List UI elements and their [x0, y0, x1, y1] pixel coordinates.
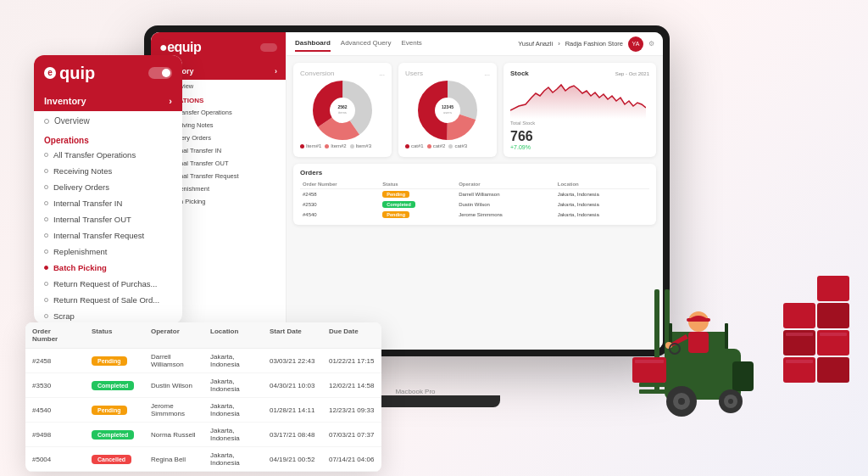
sp-item-internal-out[interactable]: Internal Transfer OUT: [34, 211, 182, 227]
otp-row-0[interactable]: #2458 Pending Darrell Williamson Jakarta…: [25, 349, 381, 373]
sidebar-panel: e quip Inventory › Overview Operations A…: [34, 55, 182, 324]
nav-dashboard[interactable]: Dashboard: [295, 36, 331, 52]
sp-inventory-row[interactable]: Inventory ›: [34, 91, 182, 111]
sp-item-label: Delivery Orders: [53, 182, 109, 192]
orders-table-panel: Order Number Status Operator Location St…: [25, 322, 381, 472]
svg-rect-30: [725, 323, 728, 349]
sp-item-label: Return Request of Purchas...: [53, 279, 158, 288]
status-badge: Pending: [92, 406, 127, 415]
nav-events[interactable]: Events: [401, 36, 421, 52]
svg-rect-27: [732, 361, 754, 391]
sp-item-return-purchase[interactable]: Return Request of Purchas...: [34, 276, 182, 292]
legend-dot: [325, 144, 329, 148]
otp-start: 03/17/21 08:48: [263, 427, 322, 443]
topbar-nav: Dashboard Advanced Query Events: [295, 36, 422, 52]
table-row[interactable]: #2458 Pending Darrell Williamson Jakarta…: [300, 189, 649, 200]
status-badge: Completed: [92, 381, 134, 390]
sp-item-replenishment[interactable]: Replenishment: [34, 244, 182, 260]
sp-item-all-transfers[interactable]: All Transfer Operations: [34, 147, 182, 163]
conversion-more[interactable]: ...: [379, 70, 385, 77]
col-start-date: Start Date: [263, 322, 322, 348]
order-number: #2458: [300, 189, 380, 200]
otp-operator: Dustin Wilson: [144, 378, 203, 394]
order-operator: Darrell Williamson: [456, 189, 555, 200]
otp-location: Jakarta, Indonesia: [203, 447, 263, 471]
stock-chart-area: [510, 81, 649, 119]
nav-advanced-query[interactable]: Advanced Query: [341, 36, 392, 52]
stock-chart-card: Stock Sep - Oct 2021: [504, 63, 656, 157]
sp-logo: e quip: [34, 55, 182, 91]
otp-due: 12/02/21 14:58: [322, 378, 381, 394]
svg-rect-19: [786, 360, 813, 363]
legend-label: Item#2: [331, 143, 346, 148]
laptop-topbar: Dashboard Advanced Query Events Yusuf An…: [287, 32, 663, 56]
status-badge: Pending: [92, 356, 127, 366]
otp-status: Pending: [85, 352, 144, 370]
sp-toggle[interactable]: [148, 67, 172, 79]
users-chart-card: Users ... 12345 users: [398, 63, 497, 157]
status-badge: Pending: [382, 191, 409, 198]
chevron-right-icon: ›: [275, 67, 277, 76]
svg-rect-21: [820, 333, 847, 336]
sp-item-delivery[interactable]: Delivery Orders: [34, 179, 182, 195]
conversion-title: Conversion: [300, 70, 334, 77]
laptop-screen: ●equip Inventory › Overview Operations A…: [151, 32, 663, 350]
otp-row-1[interactable]: #3530 Completed Dustin Wilson Jakarta, I…: [25, 373, 381, 398]
sp-dot: [44, 233, 48, 238]
avatar: YA: [628, 36, 643, 52]
sp-overview[interactable]: Overview: [34, 111, 182, 131]
sp-item-batch-picking[interactable]: Batch Picking: [34, 260, 182, 276]
sp-dot: [44, 153, 48, 157]
stock-number: 766: [510, 129, 649, 144]
table-row[interactable]: #2530 Completed Dustin Wilson Jakarta, I…: [300, 199, 649, 210]
sp-dot: [44, 282, 48, 286]
col-operator: Operator: [456, 180, 555, 189]
col-status: Status: [85, 322, 144, 348]
sp-item-label: All Transfer Operations: [53, 150, 136, 160]
svg-text:users: users: [443, 110, 452, 115]
svg-rect-15: [817, 357, 849, 383]
legend-label: Item#3: [356, 143, 371, 148]
otp-start: 03/03/21 22:43: [263, 353, 322, 369]
sp-item-internal-request[interactable]: Internal Transfer Request: [34, 227, 182, 244]
conversion-title-row: Conversion ...: [300, 70, 385, 77]
otp-start: 04/30/21 10:03: [263, 378, 322, 394]
sp-dot: [44, 185, 48, 189]
otp-operator: Jerome Simmmons: [144, 398, 203, 422]
users-title: Users: [405, 70, 423, 77]
legend-dot: [427, 144, 431, 148]
otp-location: Jakarta, Indonesia: [203, 349, 263, 372]
users-legend-item-1: cat#1: [405, 143, 424, 148]
sp-item-return-sale[interactable]: Return Request of Sale Ord...: [34, 292, 182, 308]
sp-item-receiving[interactable]: Receiving Notes: [34, 163, 182, 179]
settings-icon[interactable]: ⚙: [648, 40, 654, 48]
otp-row-2[interactable]: #4540 Pending Jerome Simmmons Jakarta, I…: [25, 398, 381, 423]
sp-item-internal-in[interactable]: Internal Transfer IN: [34, 195, 182, 211]
legend-label: cat#3: [454, 143, 467, 148]
laptop-screen-frame: ●equip Inventory › Overview Operations A…: [144, 25, 670, 356]
sp-dot: [44, 249, 48, 254]
otp-row-3[interactable]: #9498 Completed Norma Russell Jakarta, I…: [25, 423, 381, 447]
sp-item-label: Batch Picking: [53, 263, 107, 272]
sp-logo-text: e quip: [44, 64, 95, 83]
status-badge: Pending: [382, 211, 409, 218]
laptop-toggle: [260, 43, 277, 52]
topbar-right: Yusuf Anazli › Radja Fashion Store YA ⚙: [518, 36, 654, 52]
sp-dot: [44, 314, 48, 318]
users-more[interactable]: ...: [484, 70, 490, 77]
sp-item-label: Return Request of Sale Ord...: [53, 295, 159, 305]
svg-text:12345: 12345: [442, 104, 453, 109]
chevron-right-icon: ›: [169, 96, 172, 106]
table-row[interactable]: #4540 Pending Jerome Simmmons Jakarta, I…: [300, 210, 649, 220]
svg-rect-18: [817, 276, 849, 301]
otp-status: Cancelled: [85, 451, 144, 468]
conversion-pie-chart: 2562 items: [313, 81, 372, 140]
sp-operations-title: Operations: [34, 131, 182, 147]
users-title-row: Users ...: [405, 70, 490, 77]
svg-text:items: items: [338, 110, 347, 115]
otp-row-4[interactable]: #5004 Cancelled Regina Bell Jakarta, Ind…: [25, 447, 381, 472]
otp-order: #2458: [25, 353, 85, 369]
otp-location: Jakarta, Indonesia: [203, 423, 263, 446]
breadcrumb-arrow: ›: [558, 40, 560, 48]
legend-label: Item#1: [306, 143, 321, 148]
